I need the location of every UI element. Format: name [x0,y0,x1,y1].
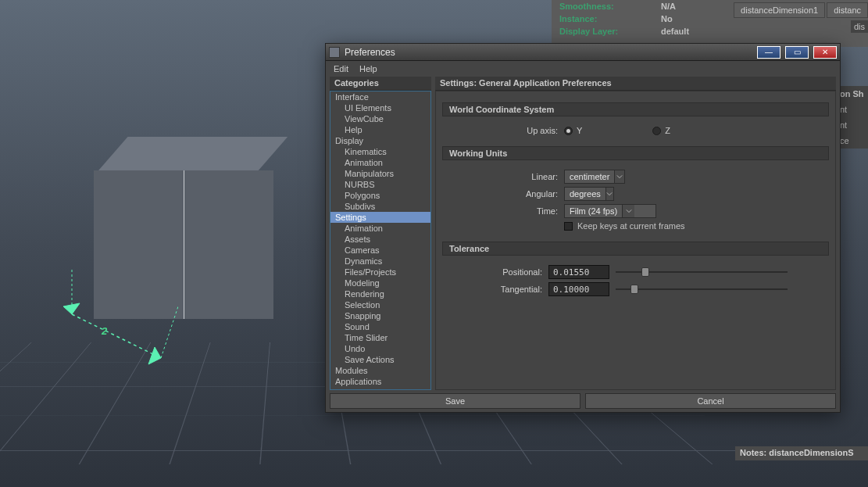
tree-item-help[interactable]: Help [330,124,430,135]
right-label: nt [837,102,868,117]
settings-header: Settings: General Application Preference… [435,77,836,91]
preferences-dialog: Preferences — ▭ ✕ Edit Help Categories I… [325,43,841,413]
attr-value: No [661,14,673,23]
angular-value: degrees [565,189,605,199]
tangential-input[interactable]: 0.10000 [548,282,609,296]
time-dropdown[interactable]: Film (24 fps) [564,204,656,218]
tree-item-ui-elements[interactable]: UI Elements [330,102,430,113]
time-value: Film (24 fps) [565,206,622,216]
app-icon [329,47,340,58]
tree-item-settings[interactable]: Settings [330,212,430,223]
tree-item-kinematics[interactable]: Kinematics [330,146,430,157]
attr-label: Display Layer: [559,27,653,36]
settings-body: World Coordinate System Up axis: Y Z Wor… [435,91,836,390]
time-label: Time: [450,206,564,216]
keep-keys-label: Keep keys at current frames [577,221,685,231]
attr-label: Smoothness: [559,2,653,11]
tree-item-applications[interactable]: Applications [330,376,430,387]
right-header: on Sh [837,86,868,102]
chevron-down-icon [614,170,624,183]
right-label: nt [837,117,868,133]
tree-item-files-projects[interactable]: Files/Projects [330,267,430,278]
tree-item-viewcube[interactable]: ViewCube [330,113,430,124]
tree-item-modeling[interactable]: Modeling [330,278,430,288]
radio-upaxis-y[interactable] [564,127,573,135]
section-world: World Coordinate System [442,102,829,116]
attr-label: Instance: [559,14,653,23]
right-label: ce [837,133,868,149]
tab-distance1[interactable]: distanceDimension1 [734,2,825,18]
section-tolerance: Tolerance [442,242,829,256]
attr-value: default [661,27,689,36]
close-button[interactable]: ✕ [813,46,837,59]
tree-item-assets[interactable]: Assets [330,234,430,245]
radio-upaxis-z[interactable] [652,127,661,135]
attr-suffix: dis [851,20,868,33]
positional-label: Positional: [450,267,548,277]
chevron-down-icon [605,188,613,200]
cancel-button[interactable]: Cancel [585,393,836,409]
tree-item-nurbs[interactable]: NURBS [330,179,430,190]
cube-primitive[interactable] [94,137,273,317]
radio-label-z: Z [665,126,670,135]
positional-slider[interactable] [616,267,788,278]
linear-label: Linear: [450,172,564,181]
tree-item-save-actions[interactable]: Save Actions [330,354,430,365]
window-title: Preferences [345,47,395,58]
tree-item-dynamics[interactable]: Dynamics [330,256,430,267]
tab-distance2[interactable]: distanc [827,2,868,18]
tree-item-manipulators[interactable]: Manipulators [330,168,430,179]
linear-dropdown[interactable]: centimeter [564,170,625,184]
right-panel-sliver: on Sh nt nt ce [837,86,868,149]
section-units: Working Units [442,146,829,160]
tree-item-subdivs[interactable]: Subdivs [330,201,430,212]
tree-item-polygons[interactable]: Polygons [330,190,430,201]
tree-item-snapping[interactable]: Snapping [330,310,430,321]
tangential-label: Tangential: [450,285,548,294]
attr-value: N/A [661,2,676,11]
linear-value: centimeter [565,172,614,181]
tree-item-display[interactable]: Display [330,135,430,146]
distance-label: 2 [102,325,107,337]
positional-input[interactable]: 0.01550 [548,265,609,279]
radio-label-y: Y [577,126,582,135]
menubar: Edit Help [326,61,840,77]
tree-item-interface[interactable]: Interface [330,91,430,102]
minimize-button[interactable]: — [757,46,780,59]
categories-tree[interactable]: InterfaceUI ElementsViewCubeHelpDisplayK… [330,91,431,390]
tree-item-rendering[interactable]: Rendering [330,288,430,299]
maximize-button[interactable]: ▭ [785,46,809,59]
upaxis-label: Up axis: [450,126,564,135]
menu-help[interactable]: Help [359,64,377,73]
tangential-slider[interactable] [616,284,788,295]
notes-field[interactable]: Notes: distanceDimensionS [735,446,868,460]
menu-edit[interactable]: Edit [334,64,348,73]
categories-header: Categories [330,77,431,91]
tree-item-selection[interactable]: Selection [330,299,430,310]
tree-item-cameras[interactable]: Cameras [330,245,430,256]
tree-item-time-slider[interactable]: Time Slider [330,332,430,343]
angular-label: Angular: [450,189,564,199]
attr-tabs: distanceDimension1 distanc [734,2,868,18]
save-button[interactable]: Save [330,393,580,409]
tree-item-animation[interactable]: Animation [330,223,430,234]
titlebar[interactable]: Preferences — ▭ ✕ [326,44,840,61]
keep-keys-checkbox[interactable] [564,222,573,231]
tree-item-sound[interactable]: Sound [330,321,430,332]
tree-item-modules[interactable]: Modules [330,365,430,376]
svg-marker-1 [63,303,80,314]
angular-dropdown[interactable]: degrees [564,187,614,201]
chevron-down-icon [622,205,634,217]
cube-edge [184,170,184,319]
tree-item-animation[interactable]: Animation [330,157,430,168]
tree-item-undo[interactable]: Undo [330,343,430,354]
